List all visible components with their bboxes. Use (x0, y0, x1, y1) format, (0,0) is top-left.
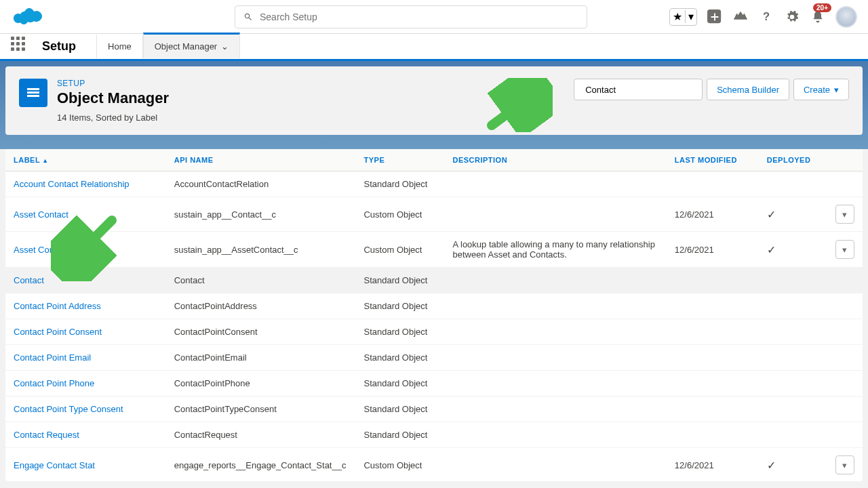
type-cell: Custom Object (355, 232, 444, 268)
table-row: Contact Point Type Consent ContactPointT… (5, 396, 863, 422)
col-deployed[interactable]: DEPLOYED (759, 149, 827, 171)
last-modified-cell (667, 371, 759, 396)
row-menu-button[interactable]: ▾ (835, 240, 854, 259)
api-name-cell: ContactPointAddress (166, 293, 356, 319)
table-row: Asset Contact sustain_app__Contact__c Cu… (5, 197, 863, 232)
type-cell: Standard Object (355, 171, 444, 197)
table-row: Contact Point Phone ContactPointPhone St… (5, 371, 863, 396)
deployed-cell (759, 396, 827, 422)
api-name-cell: ContactPointEmail (166, 345, 356, 371)
api-name-cell: ContactRequest (166, 422, 356, 448)
actions-cell: ▾ (827, 448, 863, 482)
deployed-cell: ✓ (759, 232, 827, 268)
actions-cell (827, 268, 863, 293)
chevron-down-icon: ⌄ (221, 41, 229, 52)
chevron-down-icon: ▾ (686, 10, 696, 23)
last-modified-cell (667, 171, 759, 197)
header-utility-icons: ★ ▾ ? 20+ (669, 6, 857, 28)
deployed-cell: ✓ (759, 197, 827, 232)
object-label-link[interactable]: Contact Point Email (14, 352, 91, 363)
app-nav-bar: Setup Home Object Manager ⌄ (0, 34, 868, 61)
object-label-link[interactable]: Contact Point Address (14, 301, 101, 311)
gear-icon[interactable] (784, 9, 800, 25)
actions-cell (827, 422, 863, 448)
table-row: Engage Contact Stat engage_reports__Enga… (5, 448, 863, 482)
salesforce-logo[interactable] (11, 5, 45, 28)
object-label-link[interactable]: Asset Contact Item (14, 245, 88, 255)
api-name-cell: ContactPointConsent (166, 319, 356, 345)
description-cell (444, 345, 666, 371)
row-menu-button[interactable]: ▾ (835, 205, 854, 224)
schema-builder-button[interactable]: Schema Builder (707, 79, 789, 100)
global-search-input[interactable] (260, 12, 578, 22)
trailhead-icon[interactable] (732, 9, 749, 25)
object-label-link[interactable]: Account Contact Relationship (14, 179, 130, 189)
last-modified-cell (667, 345, 759, 371)
help-icon[interactable]: ? (758, 9, 774, 25)
last-modified-cell: 12/6/2021 (667, 448, 759, 482)
actions-cell (827, 345, 863, 371)
actions-cell (827, 319, 863, 345)
check-icon: ✓ (767, 244, 776, 256)
row-menu-button[interactable]: ▾ (835, 455, 854, 474)
object-label-link[interactable]: Contact Point Type Consent (14, 404, 123, 414)
api-name-cell: ContactPointPhone (166, 371, 356, 396)
check-icon: ✓ (767, 209, 776, 220)
description-cell (444, 448, 666, 482)
actions-cell (827, 171, 863, 197)
description-cell (444, 268, 666, 293)
type-cell: Standard Object (355, 268, 444, 293)
type-cell: Custom Object (355, 197, 444, 232)
object-label-link[interactable]: Contact (14, 275, 44, 285)
object-manager-icon (19, 79, 47, 107)
tab-home[interactable]: Home (96, 35, 143, 58)
last-modified-cell (667, 396, 759, 422)
add-icon[interactable] (707, 9, 723, 25)
last-modified-cell (667, 319, 759, 345)
create-button[interactable]: Create ▾ (793, 79, 849, 100)
api-name-cell: AccountContactRelation (166, 171, 356, 197)
last-modified-cell (667, 422, 759, 448)
col-actions (827, 149, 863, 171)
tab-object-manager[interactable]: Object Manager ⌄ (143, 33, 241, 58)
app-name: Setup (42, 39, 76, 54)
page-title: Object Manager (57, 89, 564, 107)
type-cell: Standard Object (355, 293, 444, 319)
deployed-cell (759, 371, 827, 396)
col-type[interactable]: TYPE (355, 149, 444, 171)
api-name-cell: sustain_app__AssetContact__c (166, 232, 356, 268)
object-label-link[interactable]: Contact Point Consent (14, 327, 102, 337)
last-modified-cell (667, 293, 759, 319)
col-api-name[interactable]: API NAME (166, 149, 356, 171)
deployed-cell (759, 422, 827, 448)
type-cell: Custom Object (355, 448, 444, 482)
col-label[interactable]: LABEL (5, 149, 166, 171)
api-name-cell: engage_reports__Engage_Contact_Stat__c (166, 448, 356, 482)
avatar[interactable] (835, 6, 857, 28)
object-label-link[interactable]: Contact Point Phone (14, 378, 94, 388)
object-label-link[interactable]: Contact Request (14, 430, 79, 440)
deployed-cell (759, 171, 827, 197)
app-launcher-icon[interactable] (11, 37, 31, 57)
col-last-modified[interactable]: LAST MODIFIED (667, 149, 759, 171)
description-cell (444, 319, 666, 345)
quick-find[interactable] (574, 79, 703, 100)
notification-icon[interactable]: 20+ (810, 9, 826, 25)
table-row: Contact Point Address ContactPointAddres… (5, 293, 863, 319)
deployed-cell (759, 319, 827, 345)
tab-label: Object Manager (155, 41, 218, 52)
last-modified-cell: 12/6/2021 (667, 232, 759, 268)
global-search[interactable] (235, 5, 587, 28)
star-icon: ★ (670, 10, 686, 23)
eyebrow: SETUP (57, 79, 564, 88)
actions-cell: ▾ (827, 232, 863, 268)
favorites-button[interactable]: ★ ▾ (669, 8, 697, 26)
global-header: ★ ▾ ? 20+ (0, 0, 868, 34)
quick-find-input[interactable] (585, 85, 699, 95)
svg-text:?: ? (763, 10, 770, 23)
object-label-link[interactable]: Asset Contact (14, 209, 68, 220)
api-name-cell: ContactPointTypeConsent (166, 396, 356, 422)
col-description[interactable]: DESCRIPTION (444, 149, 666, 171)
object-label-link[interactable]: Engage Contact Stat (14, 460, 95, 470)
table-row: Contact Point Consent ContactPointConsen… (5, 319, 863, 345)
